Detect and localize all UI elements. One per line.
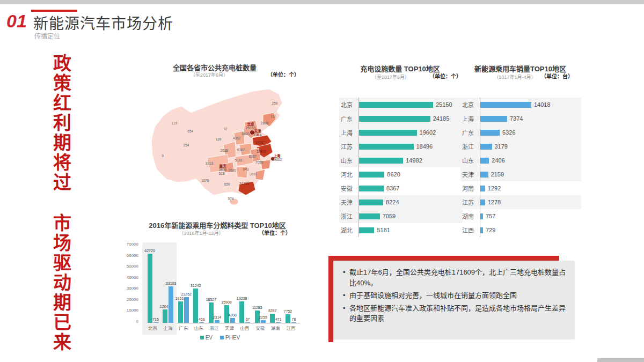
bar-ev: 19238 [239,301,244,323]
bar-group: 1951623262 [176,297,191,323]
category-label: 湖南 [462,212,480,220]
value-label: 19602 [420,129,436,136]
sales-bar-chart: 北京14018上海7374广东5326浙江3179山东2406天津2159河南1… [460,98,581,237]
category-label: 山东 [341,156,358,165]
category-label: 广东 [341,114,358,123]
bar-track: 8367 [358,181,461,195]
bar-row: 上海7374 [460,112,581,125]
category-label: 北京 [341,100,358,109]
value-label: 2406 [492,157,504,164]
province-value-label: 19602 [272,158,282,161]
province-value-label: 189 [216,137,222,141]
province-value-label: 8224 [254,133,262,137]
bar-ev: 12048 [163,309,167,323]
value-label: 4208 [228,313,237,317]
x-category-label: 湖南 [267,324,284,331]
value-label: 23262 [181,292,191,296]
value-label: 2159 [491,171,504,178]
y-tick-label: 10000 [120,308,138,313]
bar [359,144,414,150]
bar-track: 8224 [358,195,461,209]
bar-row: 江苏1278 [460,195,581,209]
bar [480,186,485,191]
x-category-label: 上海 [160,324,177,331]
bar [359,130,417,136]
bar [359,116,430,122]
bar-row: 安徽8367 [339,181,463,195]
charging-chart-subtitle: （至2017年6月） [337,73,444,80]
fuel-chart-unit: （单位：个） [259,228,291,237]
bar-group: 62720715 [145,254,160,323]
value-label: 3179 [495,143,508,150]
province-value-label: 4362 [233,136,241,140]
charging-bar-chart: 北京25150广东24185上海19602江苏18496山东14982河北862… [339,98,463,237]
fuel-chart-yaxis: 010000200003000040000500006000070000 [120,245,140,323]
map-chart-subtitle: （至2017年6月） [134,71,284,78]
value-label: 1292 [488,185,501,191]
insight-bullet: 截止17年6月，全国公共类充电桩171609个，北上广三地充电桩数量占比40%。 [342,267,566,288]
x-category-label: 山西 [237,324,253,331]
province-value-label: 2638 [221,149,229,152]
province-value-label: 92 [223,127,228,131]
category-label: 河南 [462,184,480,193]
category-label: 北京 [462,100,480,109]
bar-track: 3179 [480,139,580,153]
bar [359,158,403,164]
bar-ev: 8287 [270,314,275,323]
province-value-label: 3699 [250,172,258,176]
bar [359,227,374,233]
province-value-label: 643 [243,167,249,171]
x-category-label: 浙江 [206,324,222,331]
value-label: 67 [246,317,250,321]
value-label: 5181 [377,227,390,233]
section-number: 01 [6,11,27,32]
category-label: 天津 [341,198,358,206]
value-label: 8287 [268,309,277,313]
value-label: 15908 [221,300,231,304]
insight-accent-left [328,256,333,342]
province-value-label: 659 [224,182,230,186]
y-tick-label: 40000 [120,275,138,280]
value-label: 7059 [383,213,396,219]
bar [359,213,380,219]
bar-phev: 715 [153,322,158,323]
y-tick-label: 60000 [120,253,138,258]
x-category-label: 江西 [282,324,299,331]
y-tick-label: 30000 [120,286,138,291]
bar-phev: 33103 [169,286,173,323]
bar-ev: 62720 [148,254,152,323]
insight-bullet: 各地区新能源汽车准入政策和补贴不同，是造成各地市场格局产生差异的重要因素 [342,303,566,324]
value-label: 7752 [284,309,292,313]
page-subtitle: 传播定位 [34,31,60,40]
value-label: 2314 [213,315,222,319]
bar-group: 185272314 [207,302,221,323]
bar [359,200,383,205]
y-tick-label: 0 [120,319,138,324]
bar-track: 729 [480,223,580,237]
sales-chart-unit: （单位：台） [541,72,573,80]
bar-group: 1923867 [238,301,252,323]
category-label: 湖北 [341,226,358,234]
bar-phev: 471 [276,322,281,323]
value-label: 471 [275,317,282,321]
bar-phev: 4208 [230,318,235,323]
province-value-label: 9 [162,154,164,158]
province-value-label: 518 [219,172,225,175]
legend-item: EV [200,335,213,341]
value-label: 62720 [144,249,155,253]
value-label: 1278 [488,199,501,205]
bar-group: 159084208 [222,305,237,323]
y-tick-label: 20000 [120,297,138,302]
province-value-label: 2809 [261,121,269,125]
bar-row: 上海19602 [339,125,463,139]
bar [480,144,492,150]
province-value-label: 18496 [257,150,266,153]
province-value-label: 1076 [201,179,209,182]
map-chart-unit: （单位：个） [267,70,299,78]
category-label: 安徽 [341,184,358,193]
bar [480,213,483,219]
province-value-label: 119 [172,121,178,125]
x-category-label: 天津 [221,324,238,331]
bar-row: 山东2406 [460,153,581,167]
bar [480,200,485,205]
